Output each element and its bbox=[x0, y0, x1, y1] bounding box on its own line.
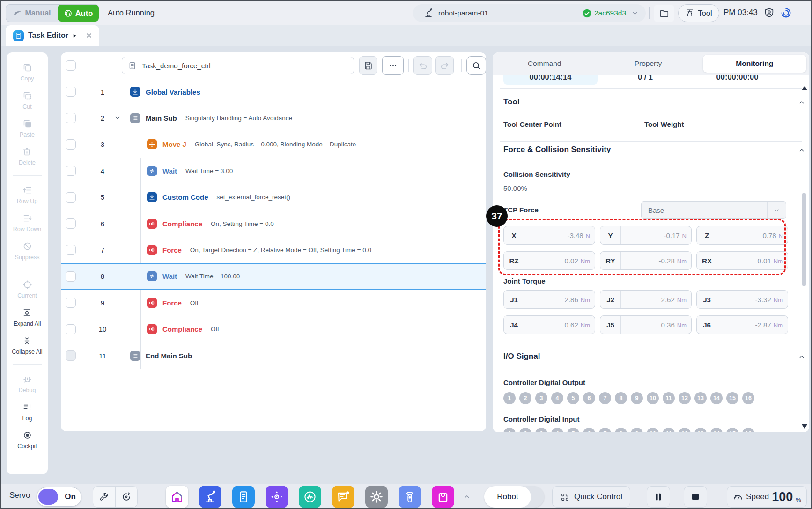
task-row-11[interactable]: 11End Main Sub bbox=[61, 342, 486, 369]
undo-icon bbox=[418, 61, 428, 71]
suppress-icon bbox=[22, 241, 32, 251]
collapse-chevron-icon[interactable] bbox=[798, 146, 805, 154]
digital-output-2: 2 bbox=[519, 392, 531, 404]
edit-toolbar: CopyCutPasteDeleteRow UpRow DownSuppress… bbox=[7, 52, 48, 474]
task-name-field[interactable]: Task_demo_force_ctrl bbox=[122, 57, 354, 74]
save-button[interactable] bbox=[359, 56, 378, 75]
sidebar-item-collapse-all[interactable]: Collapse All bbox=[12, 336, 42, 355]
row-checkbox[interactable] bbox=[66, 139, 76, 150]
scrollbar-thumb[interactable] bbox=[802, 193, 806, 286]
row-number: 5 bbox=[95, 193, 111, 201]
row-checkbox[interactable] bbox=[66, 298, 76, 308]
elapsed-time-value: 00:00:14:14 bbox=[503, 75, 598, 85]
row-number: 6 bbox=[95, 220, 111, 228]
sidebar-item-cockpit[interactable]: Cockpit bbox=[17, 430, 37, 450]
task-row-2[interactable]: 2Main SubSingularity Handling = Auto Avo… bbox=[61, 105, 486, 131]
app-settings-gear-icon[interactable] bbox=[365, 486, 388, 508]
row-checkbox[interactable] bbox=[66, 324, 76, 334]
sync-position-button[interactable] bbox=[116, 487, 138, 507]
tool-button[interactable]: Tool bbox=[678, 4, 719, 22]
dock-chevron-up-icon[interactable] bbox=[463, 493, 471, 501]
collapse-chevron-icon[interactable] bbox=[798, 99, 805, 106]
servo-toggle[interactable]: On bbox=[37, 487, 81, 507]
digital-output-5: 5 bbox=[567, 392, 579, 404]
row-checkbox[interactable] bbox=[66, 271, 76, 282]
task-row-4[interactable]: 4WaitWait Time = 3.00 bbox=[61, 158, 486, 184]
value-field-j1: J12.86Nm bbox=[503, 290, 595, 309]
app-home-icon[interactable] bbox=[166, 486, 188, 508]
task-row-6[interactable]: 6ComplianceOn, Setting Time = 0.0 bbox=[61, 211, 486, 237]
setup-wrench-button[interactable] bbox=[93, 487, 116, 507]
app-task-doc-icon[interactable] bbox=[232, 486, 255, 508]
force-section-title: Force & Collision Sensitivity bbox=[503, 145, 611, 154]
task-row-9[interactable]: 9ForceOff bbox=[61, 290, 486, 316]
app-log-chat-icon[interactable] bbox=[332, 486, 354, 508]
sidebar-item-paste: Paste bbox=[20, 119, 35, 138]
reference-frame-select[interactable]: Base bbox=[641, 201, 786, 219]
collapse-chevron-icon[interactable] bbox=[798, 353, 805, 361]
quick-control-button[interactable]: Quick Control bbox=[552, 486, 630, 508]
chevron-down-icon[interactable] bbox=[114, 114, 121, 122]
value-field-rx: RX0.01Nm bbox=[696, 251, 788, 270]
tab-title: Task Editor bbox=[28, 31, 68, 40]
task-row-3[interactable]: 3Move JGlobal, Sync, Radius = 0.000, Ble… bbox=[61, 131, 486, 158]
inspector-tab-property[interactable]: Property bbox=[596, 52, 700, 75]
timer-swirl-icon[interactable] bbox=[780, 7, 792, 19]
app-pendant-icon[interactable] bbox=[399, 486, 421, 508]
speed-control[interactable]: Speed 100 % bbox=[727, 486, 807, 508]
row-checkbox[interactable] bbox=[66, 350, 76, 361]
sidebar-item-suppress: Suppress bbox=[15, 241, 40, 261]
row-number: 9 bbox=[95, 299, 111, 307]
row-checkbox[interactable] bbox=[66, 166, 76, 176]
more-options-button[interactable] bbox=[382, 56, 404, 75]
save-icon bbox=[363, 61, 373, 71]
scroll-down-arrow[interactable] bbox=[802, 424, 807, 429]
redo-icon bbox=[440, 61, 450, 71]
row-checkbox[interactable] bbox=[66, 245, 76, 255]
close-icon[interactable] bbox=[85, 32, 93, 39]
servo-state: On bbox=[59, 487, 81, 506]
tab-task-editor[interactable]: Task Editor bbox=[6, 25, 99, 46]
sidebar-item-log[interactable]: Log bbox=[22, 402, 32, 422]
digital-output-16: 16 bbox=[742, 392, 754, 404]
app-jog-icon[interactable] bbox=[266, 486, 288, 508]
chevron-down-icon[interactable] bbox=[631, 9, 639, 17]
task-row-1[interactable]: 1Global Variables bbox=[61, 79, 486, 105]
safety-shield-icon[interactable] bbox=[763, 7, 775, 19]
app-store-bag-icon[interactable] bbox=[432, 486, 454, 508]
undo-button[interactable] bbox=[413, 56, 432, 75]
digital-output-8: 8 bbox=[615, 392, 627, 404]
pause-button[interactable] bbox=[647, 486, 670, 508]
digital-output-row: 12345678910111213141516 bbox=[503, 392, 754, 404]
open-file-button[interactable] bbox=[654, 5, 674, 22]
inspector-tab-monitoring[interactable]: Monitoring bbox=[703, 55, 806, 73]
log-icon bbox=[22, 402, 32, 412]
stop-button[interactable] bbox=[684, 486, 707, 508]
digital-input-3: 3 bbox=[535, 428, 547, 432]
task-row-7[interactable]: 7ForceOn, Target Direction = Z, Relative… bbox=[61, 237, 486, 263]
search-button[interactable] bbox=[466, 56, 486, 75]
row-checkbox[interactable] bbox=[66, 113, 76, 123]
command-label: Global Variables bbox=[146, 88, 200, 96]
task-row-10[interactable]: 10ComplianceOff bbox=[61, 316, 486, 342]
row-checkbox[interactable] bbox=[66, 218, 76, 229]
row-checkbox[interactable] bbox=[66, 87, 76, 97]
task-header: Task_demo_force_ctrl bbox=[61, 52, 486, 79]
select-all-checkbox[interactable] bbox=[66, 60, 76, 71]
auto-mode-button[interactable]: Auto bbox=[58, 5, 99, 22]
task-row-5[interactable]: 5Custom Codeset_external_force_reset() bbox=[61, 184, 486, 211]
robot-selector[interactable]: robot-param-01 2ac693d3 bbox=[413, 4, 646, 22]
app-monitor-wave-icon[interactable] bbox=[299, 486, 321, 508]
robot-mode-pill[interactable]: Robot bbox=[484, 486, 544, 508]
task-row-8[interactable]: 8WaitWait Time = 100.00 bbox=[61, 263, 486, 290]
scroll-up-arrow[interactable] bbox=[802, 86, 807, 90]
sidebar-item-expand-all[interactable]: Expand All bbox=[13, 308, 41, 327]
inspector-tab-command[interactable]: Command bbox=[493, 52, 596, 75]
sidebar-divider bbox=[13, 175, 42, 176]
redo-button[interactable] bbox=[435, 56, 454, 75]
manual-mode-button[interactable]: Manual bbox=[6, 5, 58, 22]
app-robot-app-icon[interactable] bbox=[199, 486, 221, 508]
current-icon bbox=[22, 280, 32, 290]
digital-input-6: 6 bbox=[583, 428, 595, 432]
row-checkbox[interactable] bbox=[66, 192, 76, 203]
